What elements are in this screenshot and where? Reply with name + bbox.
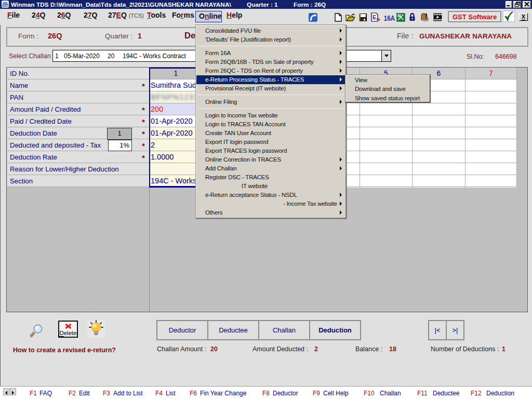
svg-text:?: ?	[424, 12, 428, 19]
svg-text:TDS: TDS	[3, 4, 8, 7]
svg-text:E: E	[373, 14, 376, 20]
